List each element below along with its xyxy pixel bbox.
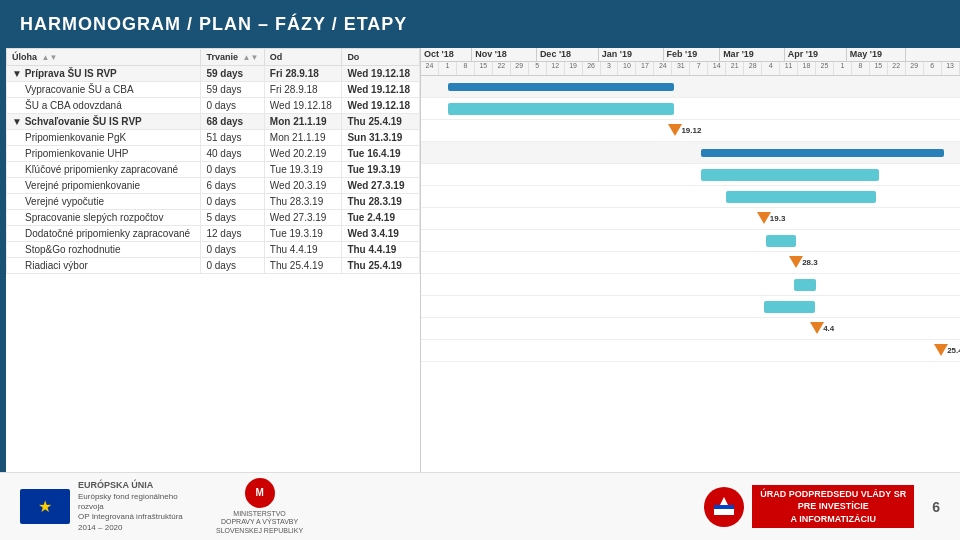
- gantt-month-label: Feb '19: [664, 48, 721, 61]
- footer: ★ EURÓPSKA ÚNIA Európsky fond regionálne…: [0, 472, 960, 540]
- task-start-cell: Thu 4.4.19: [264, 242, 342, 258]
- gantt-bar: [448, 83, 674, 91]
- gantt-day-label: 1: [439, 62, 457, 76]
- gov-emblem: [704, 487, 744, 527]
- task-start-cell: Wed 20.3.19: [264, 178, 342, 194]
- task-end-cell: Wed 19.12.18: [342, 98, 420, 114]
- eu-subtitle1: Európsky fond regionálneho rozvoja: [78, 492, 198, 513]
- gantt-months: Oct '18Nov '18Dec '18Jan '19Feb '19Mar '…: [421, 48, 960, 62]
- task-start-cell: Mon 21.1.19: [264, 130, 342, 146]
- table-row: Pripomienkovanie UHP 40 days Wed 20.2.19…: [7, 146, 420, 162]
- gantt-day-label: 8: [457, 62, 475, 76]
- svg-rect-2: [714, 505, 734, 509]
- task-start-cell: Wed 27.3.19: [264, 210, 342, 226]
- gantt-day-label: 5: [529, 62, 547, 76]
- gantt-day-label: 6: [924, 62, 942, 76]
- gov-line2: PRE INVESTÍCIE: [760, 500, 906, 513]
- gantt-day-label: 18: [798, 62, 816, 76]
- gantt-bar: [448, 103, 674, 115]
- task-name-cell: ŠU a CBA odovzdaná: [7, 98, 201, 114]
- gantt-day-label: 15: [870, 62, 888, 76]
- task-name-cell: Pripomienkovanie PgK: [7, 130, 201, 146]
- task-name-cell: ▼ Príprava ŠU IS RVP: [7, 66, 201, 82]
- gantt-day-label: 17: [636, 62, 654, 76]
- task-name-cell: ▼ Schvaľovanie ŠU IS RVP: [7, 114, 201, 130]
- gantt-day-label: 29: [511, 62, 529, 76]
- table-row: Pripomienkovanie PgK 51 days Mon 21.1.19…: [7, 130, 420, 146]
- task-duration-cell: 0 days: [201, 98, 264, 114]
- gantt-row: 4.4: [421, 318, 960, 340]
- task-name-cell: Riadiaci výbor: [7, 258, 201, 274]
- task-duration-cell: 51 days: [201, 130, 264, 146]
- gantt-chart: Oct '18Nov '18Dec '18Jan '19Feb '19Mar '…: [421, 48, 960, 472]
- eu-subtitle2: OP Integrovaná infraštruktúra 2014 – 202…: [78, 512, 198, 533]
- task-name-cell: Spracovanie slepých rozpočtov: [7, 210, 201, 226]
- gantt-month-label: Mar '19: [720, 48, 785, 61]
- task-name-cell: Vypracovanie ŠU a CBA: [7, 82, 201, 98]
- gantt-day-label: 25: [816, 62, 834, 76]
- table-row: Vypracovanie ŠU a CBA 59 days Fri 28.9.1…: [7, 82, 420, 98]
- gantt-month-label: Oct '18: [421, 48, 472, 61]
- gantt-day-label: 8: [852, 62, 870, 76]
- content-area: Úloha ▲▼ Trvanie ▲▼ Od Do ▼ Príprava ŠU …: [6, 48, 960, 472]
- task-duration-cell: 0 days: [201, 258, 264, 274]
- gantt-day-label: 29: [906, 62, 924, 76]
- eu-title: EURÓPSKA ÚNIA: [78, 480, 198, 492]
- task-end-cell: Thu 25.4.19: [342, 258, 420, 274]
- task-duration-cell: 40 days: [201, 146, 264, 162]
- gantt-day-label: 4: [762, 62, 780, 76]
- gantt-month-label: May '19: [847, 48, 906, 61]
- ministry-text: MINISTERSTVO DOPRAVY A VÝSTAVBY SLOVENSK…: [216, 510, 303, 535]
- task-name-cell: Stop&Go rozhodnutie: [7, 242, 201, 258]
- task-name-cell: Kľúčové pripomienky zapracované: [7, 162, 201, 178]
- gantt-bar: [766, 235, 796, 247]
- task-end-cell: Tue 19.3.19: [342, 162, 420, 178]
- task-duration-cell: 68 days: [201, 114, 264, 130]
- gantt-bar: [764, 301, 815, 313]
- task-end-cell: Tue 2.4.19: [342, 210, 420, 226]
- table-row: ŠU a CBA odovzdaná 0 days Wed 19.12.18 W…: [7, 98, 420, 114]
- task-end-cell: Sun 31.3.19: [342, 130, 420, 146]
- gantt-row: [421, 230, 960, 252]
- gantt-day-label: 24: [654, 62, 672, 76]
- task-data-table: Úloha ▲▼ Trvanie ▲▼ Od Do ▼ Príprava ŠU …: [6, 48, 420, 274]
- col-end: Do: [342, 49, 420, 66]
- task-end-cell: Tue 16.4.19: [342, 146, 420, 162]
- task-end-cell: Wed 19.12.18: [342, 66, 420, 82]
- gov-text: ÚRAD PODPREDSEDU VLÁDY SR PRE INVESTÍCIE…: [752, 485, 914, 529]
- gantt-day-label: 24: [421, 62, 439, 76]
- gantt-milestone: [934, 344, 948, 356]
- gantt-row: 19.12: [421, 120, 960, 142]
- gantt-day-label: 21: [726, 62, 744, 76]
- task-end-cell: Wed 3.4.19: [342, 226, 420, 242]
- gantt-row: [421, 274, 960, 296]
- slide-header: HARMONOGRAM / PLAN – FÁZY / ETAPY: [0, 0, 960, 48]
- table-row: Kľúčové pripomienky zapracované 0 days T…: [7, 162, 420, 178]
- gantt-rows: 19.1219.328.34.425.4: [421, 76, 960, 362]
- milestone-label: 4.4: [823, 324, 834, 333]
- gantt-day-label: 31: [672, 62, 690, 76]
- gantt-days: 2418152229512192631017243171421284111825…: [421, 62, 960, 76]
- gantt-day-label: 26: [583, 62, 601, 76]
- col-start: Od: [264, 49, 342, 66]
- task-end-cell: Wed 27.3.19: [342, 178, 420, 194]
- task-start-cell: Wed 19.12.18: [264, 98, 342, 114]
- gantt-bar: [726, 191, 877, 203]
- task-name-cell: Dodatočné pripomienky zapracované: [7, 226, 201, 242]
- task-start-cell: Wed 20.2.19: [264, 146, 342, 162]
- slide-title: HARMONOGRAM / PLAN – FÁZY / ETAPY: [20, 14, 407, 35]
- footer-right: ÚRAD PODPREDSEDU VLÁDY SR PRE INVESTÍCIE…: [704, 485, 940, 529]
- task-duration-cell: 5 days: [201, 210, 264, 226]
- gantt-day-label: 13: [942, 62, 960, 76]
- gantt-table: Úloha ▲▼ Trvanie ▲▼ Od Do ▼ Príprava ŠU …: [6, 48, 960, 472]
- task-name-cell: Pripomienkovanie UHP: [7, 146, 201, 162]
- gantt-day-label: 11: [780, 62, 798, 76]
- task-duration-cell: 0 days: [201, 162, 264, 178]
- task-duration-cell: 0 days: [201, 194, 264, 210]
- milestone-label: 19.3: [770, 214, 786, 223]
- milestone-label: 25.4: [947, 346, 960, 355]
- footer-left: ★ EURÓPSKA ÚNIA Európsky fond regionálne…: [20, 478, 303, 535]
- task-start-cell: Tue 19.3.19: [264, 226, 342, 242]
- gantt-month-label: Dec '18: [537, 48, 599, 61]
- gantt-milestone: [789, 256, 803, 268]
